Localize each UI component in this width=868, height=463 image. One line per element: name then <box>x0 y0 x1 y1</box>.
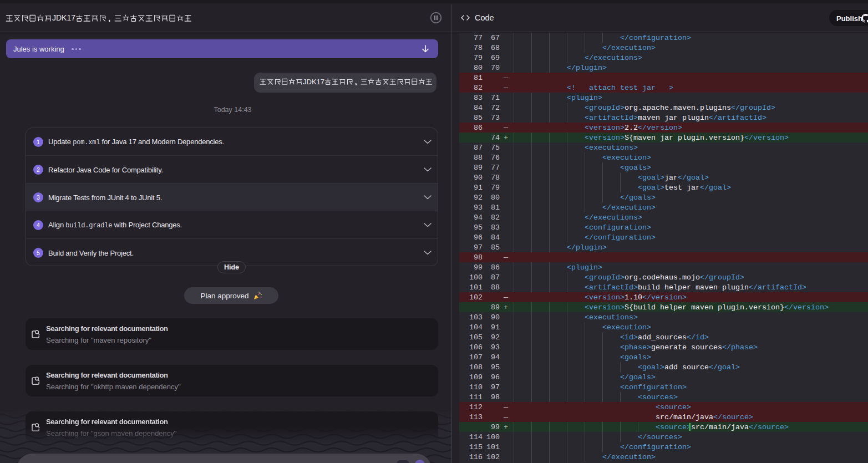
svg-text:JDK17: JDK17 <box>303 78 324 86</box>
svg-text:JDK17: JDK17 <box>52 14 75 22</box>
